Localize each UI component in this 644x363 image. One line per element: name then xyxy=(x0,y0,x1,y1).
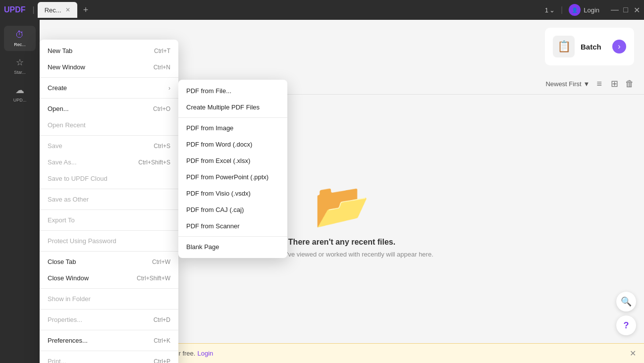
login-button[interactable]: 👤 Login xyxy=(569,4,599,16)
menu-sep-11 xyxy=(40,351,178,351)
menu-new-tab-label: New Tab xyxy=(48,47,72,54)
submenu-pdf-from-image[interactable]: PDF from Image xyxy=(178,120,287,136)
title-bar: UPDF | Rec... ✕ + 1 ⌄ | 👤 Login — □ ✕ xyxy=(0,0,644,20)
context-menu: New Tab Ctrl+T New Window Ctrl+N Create … xyxy=(40,40,178,363)
menu-close-window-shortcut: Ctrl+Shift+W xyxy=(137,275,170,282)
menu-new-window-label: New Window xyxy=(48,63,85,71)
menu-sep-6 xyxy=(40,230,178,231)
window-count[interactable]: 1 ⌄ xyxy=(545,6,555,14)
new-tab-button[interactable]: + xyxy=(79,3,93,17)
menu-sep-4 xyxy=(40,189,178,189)
menu-sep-5 xyxy=(40,209,178,210)
menu-open-shortcut: Ctrl+O xyxy=(153,105,170,112)
menu-export-to: Export To xyxy=(40,212,178,228)
minimize-button[interactable]: — xyxy=(611,6,618,13)
submenu-blank-page[interactable]: Blank Page xyxy=(178,239,287,255)
menu-open[interactable]: Open... Ctrl+O xyxy=(40,101,178,117)
submenu-pdf-from-word[interactable]: PDF from Word (.docx) xyxy=(178,136,287,153)
app-logo: UPDF xyxy=(4,5,26,14)
divider-line: | xyxy=(561,5,563,14)
menu-save-other-label: Save as Other xyxy=(48,196,89,203)
window-controls: — □ ✕ xyxy=(611,6,640,13)
menu-print: Print... Ctrl+P xyxy=(40,353,178,363)
maximize-button[interactable]: □ xyxy=(622,6,629,13)
menu-export-label: Export To xyxy=(48,216,75,224)
menu-save-as: Save As... Ctrl+Shift+S xyxy=(40,154,178,170)
tab-label: Rec... xyxy=(45,6,61,14)
tabs-area: Rec... ✕ + xyxy=(38,2,545,18)
menu-save-label: Save xyxy=(48,142,62,150)
menu-sep-10 xyxy=(40,330,178,330)
submenu-sep-1 xyxy=(178,117,287,118)
menu-overlay[interactable]: New Tab Ctrl+T New Window Ctrl+N Create … xyxy=(0,20,644,363)
menu-open-recent-label: Open Recent xyxy=(48,121,86,129)
tab-close-button[interactable]: ✕ xyxy=(65,6,70,13)
menu-save-cloud: Save to UPDF Cloud xyxy=(40,170,178,187)
menu-create-label: Create xyxy=(48,84,67,92)
submenu-pdf-from-visio[interactable]: PDF from Visio (.vsdx) xyxy=(178,185,287,202)
menu-sep-1 xyxy=(40,77,178,78)
close-window-button[interactable]: ✕ xyxy=(633,6,640,13)
menu-save-shortcut: Ctrl+S xyxy=(154,143,170,150)
menu-properties-label: Properties... xyxy=(48,316,82,323)
menu-protect-password: Protect Using Password xyxy=(40,233,178,249)
submenu-pdf-from-excel[interactable]: PDF from Excel (.xlsx) xyxy=(178,153,287,169)
app-body: ⏱ Rec... ☆ Star... ☁ UPD... 📋 Batch › xyxy=(0,20,644,363)
menu-close-window-label: Close Window xyxy=(48,274,89,282)
menu-properties: Properties... Ctrl+D xyxy=(40,311,178,328)
menu-preferences-label: Preferences... xyxy=(48,337,88,344)
menu-sep-3 xyxy=(40,135,178,136)
menu-sep-8 xyxy=(40,288,178,289)
submenu-pdf-from-file[interactable]: PDF from File... xyxy=(178,83,287,99)
menu-print-label: Print... xyxy=(48,358,66,363)
menu-protect-label: Protect Using Password xyxy=(48,237,116,245)
menu-create-arrow: › xyxy=(168,85,170,92)
menu-print-shortcut: Ctrl+P xyxy=(154,358,170,363)
avatar: 👤 xyxy=(569,4,581,16)
active-tab[interactable]: Rec... ✕ xyxy=(38,2,77,18)
submenu-pdf-from-scanner[interactable]: PDF from Scanner xyxy=(178,218,287,234)
menu-new-window[interactable]: New Window Ctrl+N xyxy=(40,59,178,75)
submenu-pdf-from-caj[interactable]: PDF from CAJ (.caj) xyxy=(178,202,287,218)
menu-new-tab[interactable]: New Tab Ctrl+T xyxy=(40,43,178,59)
menu-new-window-shortcut: Ctrl+N xyxy=(154,64,170,71)
menu-close-tab-label: Close Tab xyxy=(48,258,76,265)
submenu-sep-2 xyxy=(178,236,287,237)
menu-preferences-shortcut: Ctrl+K xyxy=(154,337,170,344)
menu-open-label: Open... xyxy=(48,105,69,112)
menu-save-as-label: Save As... xyxy=(48,158,77,166)
create-submenu: PDF from File... Create Multiple PDF Fil… xyxy=(178,80,287,258)
menu-properties-shortcut: Ctrl+D xyxy=(154,316,170,323)
menu-create[interactable]: Create › PDF from File... Create Multipl… xyxy=(40,80,178,96)
menu-close-tab[interactable]: Close Tab Ctrl+W xyxy=(40,254,178,270)
submenu-pdf-from-pptx[interactable]: PDF from PowerPoint (.pptx) xyxy=(178,169,287,185)
menu-save-cloud-label: Save to UPDF Cloud xyxy=(48,175,107,182)
menu-close-tab-shortcut: Ctrl+W xyxy=(152,259,170,265)
title-bar-right: 1 ⌄ | 👤 Login — □ ✕ xyxy=(545,4,640,16)
menu-save-other: Save as Other xyxy=(40,191,178,207)
menu-open-recent: Open Recent xyxy=(40,117,178,133)
menu-show-folder: Show in Folder xyxy=(40,291,178,307)
title-divider: | xyxy=(33,5,35,14)
menu-save: Save Ctrl+S xyxy=(40,138,178,154)
menu-sep-2 xyxy=(40,98,178,99)
menu-preferences[interactable]: Preferences... Ctrl+K xyxy=(40,332,178,349)
menu-sep-7 xyxy=(40,251,178,252)
menu-sep-9 xyxy=(40,309,178,310)
submenu-create-multiple[interactable]: Create Multiple PDF Files xyxy=(178,99,287,115)
menu-save-as-shortcut: Ctrl+Shift+S xyxy=(138,159,170,166)
menu-new-tab-shortcut: Ctrl+T xyxy=(154,48,170,54)
menu-show-folder-label: Show in Folder xyxy=(48,295,91,303)
menu-close-window[interactable]: Close Window Ctrl+Shift+W xyxy=(40,270,178,286)
